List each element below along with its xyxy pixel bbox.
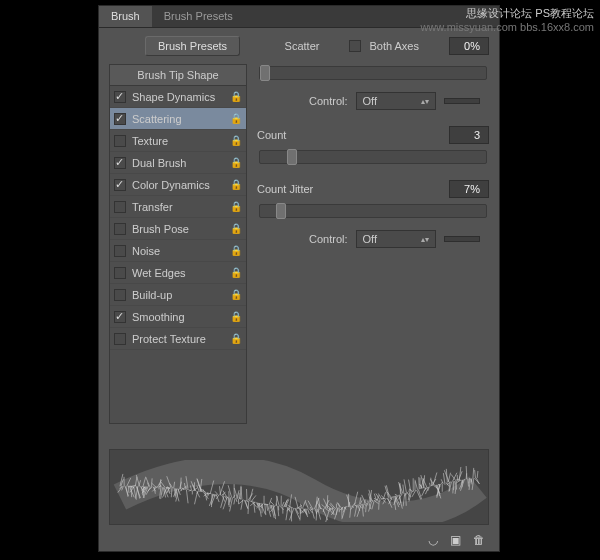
tab-brush-presets[interactable]: Brush Presets (152, 6, 245, 27)
sidebar-checkbox[interactable] (114, 223, 126, 235)
count-slider[interactable] (259, 150, 487, 164)
sidebar-item-label: Smoothing (132, 311, 185, 323)
sidebar-item-dual-brush[interactable]: Dual Brush🔒 (110, 152, 246, 174)
sidebar-item-label: Shape Dynamics (132, 91, 215, 103)
panel-footer: ◡ ▣ 🗑 (99, 531, 499, 551)
sidebar-item-label: Noise (132, 245, 160, 257)
sidebar-checkbox[interactable] (114, 311, 126, 323)
lock-icon[interactable]: 🔒 (230, 113, 242, 124)
sidebar-item-label: Transfer (132, 201, 173, 213)
chevron-down-icon: ▴▾ (421, 235, 429, 244)
sidebar-item-shape-dynamics[interactable]: Shape Dynamics🔒 (110, 86, 246, 108)
sidebar-item-texture[interactable]: Texture🔒 (110, 130, 246, 152)
sidebar-item-protect-texture[interactable]: Protect Texture🔒 (110, 328, 246, 350)
watermark: 思缘设计论坛 PS教程论坛 www.missyuan.com bbs.16xx8… (420, 6, 594, 34)
control2-label: Control: (309, 233, 348, 245)
sidebar-item-label: Dual Brush (132, 157, 186, 169)
lock-icon[interactable]: 🔒 (230, 311, 242, 322)
sidebar-checkbox[interactable] (114, 157, 126, 169)
jitter-control-select[interactable]: Off ▴▾ (356, 230, 436, 248)
sidebar-checkbox[interactable] (114, 135, 126, 147)
sidebar-checkbox[interactable] (114, 113, 126, 125)
scatter-label: Scatter (285, 40, 320, 52)
new-preset-icon[interactable]: ▣ (450, 533, 461, 547)
scatter-slider-thumb[interactable] (260, 65, 270, 81)
lock-icon[interactable]: 🔒 (230, 223, 242, 234)
trash-icon[interactable]: 🗑 (473, 533, 485, 547)
sidebar-item-label: Build-up (132, 289, 172, 301)
lock-icon[interactable]: 🔒 (230, 289, 242, 300)
brush-options-sidebar: Brush Tip Shape Shape Dynamics🔒Scatterin… (109, 64, 247, 424)
sidebar-item-label: Texture (132, 135, 168, 147)
sidebar-item-noise[interactable]: Noise🔒 (110, 240, 246, 262)
sidebar-item-label: Brush Pose (132, 223, 189, 235)
jitter-control-value: Off (363, 233, 377, 245)
sidebar-item-brush-pose[interactable]: Brush Pose🔒 (110, 218, 246, 240)
lock-icon[interactable]: 🔒 (230, 245, 242, 256)
lock-icon[interactable]: 🔒 (230, 157, 242, 168)
lock-icon[interactable]: 🔒 (230, 201, 242, 212)
sidebar-item-label: Protect Texture (132, 333, 206, 345)
sidebar-item-label: Wet Edges (132, 267, 186, 279)
count-jitter-slider-thumb[interactable] (276, 203, 286, 219)
lock-icon[interactable]: 🔒 (230, 333, 242, 344)
brush-presets-button[interactable]: Brush Presets (145, 36, 240, 56)
both-axes-label: Both Axes (369, 40, 419, 52)
control1-extra[interactable] (444, 98, 480, 104)
scatter-control-value: Off (363, 95, 377, 107)
count-jitter-value[interactable]: 7% (449, 180, 489, 198)
sidebar-checkbox[interactable] (114, 245, 126, 257)
scatter-value[interactable]: 0% (449, 37, 489, 55)
sidebar-item-wet-edges[interactable]: Wet Edges🔒 (110, 262, 246, 284)
both-axes-checkbox[interactable] (349, 40, 361, 52)
watermark-line1: 思缘设计论坛 PS教程论坛 (420, 6, 594, 20)
lock-icon[interactable]: 🔒 (230, 91, 242, 102)
panel-body: Brush Tip Shape Shape Dynamics🔒Scatterin… (99, 64, 499, 441)
sidebar-checkbox[interactable] (114, 289, 126, 301)
toggle-preview-icon[interactable]: ◡ (428, 533, 438, 547)
sidebar-checkbox[interactable] (114, 267, 126, 279)
sidebar-item-transfer[interactable]: Transfer🔒 (110, 196, 246, 218)
sidebar-checkbox[interactable] (114, 201, 126, 213)
tab-brush[interactable]: Brush (99, 6, 152, 27)
sidebar-item-smoothing[interactable]: Smoothing🔒 (110, 306, 246, 328)
sidebar-item-scattering[interactable]: Scattering🔒 (110, 108, 246, 130)
settings-area: Control: Off ▴▾ Count 3 Count Jitter 7% (257, 64, 489, 441)
scatter-control-select[interactable]: Off ▴▾ (356, 92, 436, 110)
lock-icon[interactable]: 🔒 (230, 179, 242, 190)
sidebar-header[interactable]: Brush Tip Shape (110, 65, 246, 86)
sidebar-checkbox[interactable] (114, 333, 126, 345)
lock-icon[interactable]: 🔒 (230, 267, 242, 278)
brush-preview (109, 449, 489, 525)
count-slider-thumb[interactable] (287, 149, 297, 165)
sidebar-item-color-dynamics[interactable]: Color Dynamics🔒 (110, 174, 246, 196)
sidebar-checkbox[interactable] (114, 179, 126, 191)
brush-stroke-preview (110, 452, 488, 522)
count-jitter-label: Count Jitter (257, 183, 313, 195)
control1-label: Control: (309, 95, 348, 107)
watermark-line2: www.missyuan.com bbs.16xx8.com (420, 20, 594, 34)
brush-panel: Brush Brush Presets Brush Presets Scatte… (98, 5, 500, 552)
sidebar-item-build-up[interactable]: Build-up🔒 (110, 284, 246, 306)
lock-icon[interactable]: 🔒 (230, 135, 242, 146)
count-jitter-slider[interactable] (259, 204, 487, 218)
count-label: Count (257, 129, 286, 141)
sidebar-item-label: Color Dynamics (132, 179, 210, 191)
control2-extra[interactable] (444, 236, 480, 242)
count-value[interactable]: 3 (449, 126, 489, 144)
sidebar-item-label: Scattering (132, 113, 182, 125)
scatter-slider[interactable] (259, 66, 487, 80)
sidebar-checkbox[interactable] (114, 91, 126, 103)
chevron-down-icon: ▴▾ (421, 97, 429, 106)
